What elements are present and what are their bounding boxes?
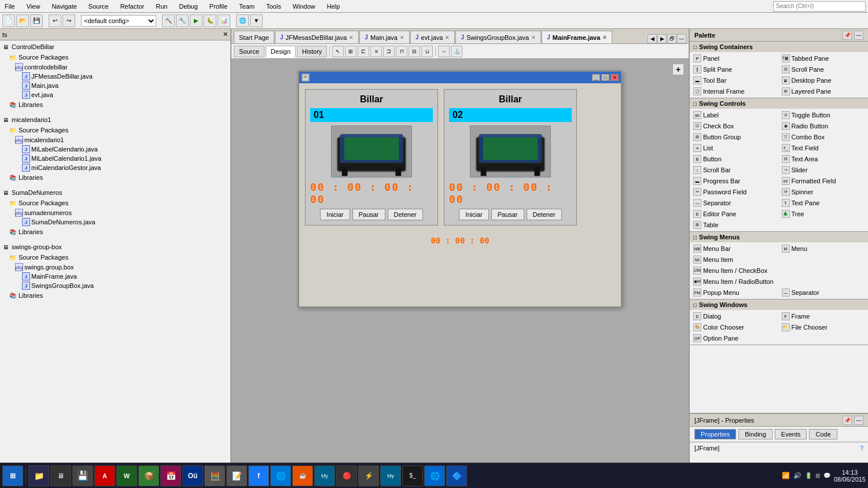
jframe-minimize-btn[interactable]: _ xyxy=(592,74,600,81)
tab-next-btn[interactable]: ▶ xyxy=(657,34,667,43)
align-middle-btn[interactable]: ⊟ xyxy=(409,46,420,57)
palette-spinner[interactable]: ⟳ Spinner xyxy=(779,187,867,197)
taskbar-word-btn[interactable]: W xyxy=(116,465,137,486)
menu-run[interactable]: Run xyxy=(153,2,170,11)
palette-menu[interactable]: M Menu xyxy=(779,243,867,254)
palette-table[interactable]: ⊞ Table xyxy=(691,220,867,230)
taskbar-ie2-btn[interactable]: 🌐 xyxy=(424,465,445,486)
menu-tools[interactable]: Tools xyxy=(264,2,284,11)
anchor-btn[interactable]: ⚓ xyxy=(451,46,462,57)
palette-separator-menu[interactable]: — Separator xyxy=(779,287,867,298)
browser-btn[interactable]: 🌐 xyxy=(236,14,249,27)
taskbar-java-btn[interactable]: ☕ xyxy=(292,465,313,486)
prop-tab-code[interactable]: Code xyxy=(809,429,837,439)
palette-tool-bar[interactable]: ▬ Tool Bar xyxy=(691,75,779,86)
pausar-btn-1[interactable]: Pausar xyxy=(352,209,385,220)
tab-close-main[interactable]: ✕ xyxy=(400,35,404,40)
jframe-maximize-btn[interactable]: □ xyxy=(601,74,609,81)
palette-formatted-field[interactable]: ## Formatted Field xyxy=(779,176,867,186)
palette-combo-box[interactable]: ▽ Combo Box xyxy=(779,132,867,142)
source-tab-btn[interactable]: Source xyxy=(234,46,264,57)
palette-dialog[interactable]: D Dialog xyxy=(691,311,779,321)
palette-file-chooser[interactable]: 📂 File Chooser xyxy=(779,322,867,332)
prop-tab-events[interactable]: Events xyxy=(775,429,807,439)
taskbar-settings-btn[interactable]: 🖥 xyxy=(50,465,71,486)
left-panel-close[interactable]: ✕ xyxy=(223,31,228,38)
build-btn[interactable]: 🔧 xyxy=(176,14,189,27)
profile-btn[interactable]: 📊 xyxy=(218,14,230,27)
align-center-btn[interactable]: ≡ xyxy=(370,46,382,57)
tab-swingsgroupbox[interactable]: J SwingsGroupBox.java ✕ xyxy=(455,31,541,43)
taskbar-package-btn[interactable]: 📦 xyxy=(138,465,159,486)
palette-menu-item-radiobutton[interactable]: ◉M Menu Item / RadioButton xyxy=(691,276,867,287)
menu-profile[interactable]: Profile xyxy=(207,2,230,11)
iniciar-btn-1[interactable]: Iniciar xyxy=(320,209,350,220)
menu-view[interactable]: View xyxy=(24,2,43,11)
tree-java-mainframe[interactable]: J MainFrame.java xyxy=(1,272,229,281)
palette-desktop-pane[interactable]: 🖥 Desktop Pane xyxy=(779,75,867,86)
taskbar-app3-btn[interactable]: ⚡ xyxy=(358,465,379,486)
tab-prev-btn[interactable]: ◀ xyxy=(648,34,657,43)
component-btn[interactable]: ⊞ xyxy=(345,46,356,57)
align-left-btn[interactable]: ⊏ xyxy=(358,46,369,57)
iniciar-btn-2[interactable]: Iniciar xyxy=(459,209,488,220)
tree-libraries-1[interactable]: 📚 Libraries xyxy=(1,99,229,110)
tree-libraries-4[interactable]: 📚 Libraries xyxy=(1,290,229,301)
palette-toggle-button[interactable]: ⊙ Toggle Button xyxy=(779,110,867,120)
tree-java-main1[interactable]: J Main.java xyxy=(1,81,229,90)
taskbar-start-btn[interactable]: ⊞ xyxy=(2,465,23,486)
properties-pin-btn[interactable]: 📌 xyxy=(843,416,852,425)
taskbar-adobe-btn[interactable]: A xyxy=(94,465,115,486)
palette-option-pane[interactable]: OP Option Pane xyxy=(691,333,779,343)
undo-btn[interactable]: ↩ xyxy=(49,14,61,27)
palette-check-box[interactable]: ☑ Check Box xyxy=(691,121,779,131)
palette-tabbed-pane[interactable]: T▦ Tabbed Pane xyxy=(779,53,867,64)
tab-start-page[interactable]: Start Page xyxy=(234,31,274,43)
palette-panel[interactable]: P Panel xyxy=(691,53,779,64)
palette-menu-item[interactable]: MI Menu Item xyxy=(691,254,779,265)
taskbar-facebook-btn[interactable]: f xyxy=(248,465,269,486)
tab-evt[interactable]: J evt.java ✕ xyxy=(410,31,455,43)
jframe-close-btn[interactable]: ✕ xyxy=(610,74,619,81)
palette-split-pane[interactable]: ‖ Split Pane xyxy=(691,64,779,75)
swing-windows-header[interactable]: Swing Windows xyxy=(690,300,868,310)
taskbar-terminal-btn[interactable]: $_ xyxy=(402,465,423,486)
tree-java-sumadenumeros[interactable]: J SumaDeNumeros.java xyxy=(1,217,229,227)
menu-team[interactable]: Team xyxy=(237,2,257,11)
align-bottom-btn[interactable]: ⊔ xyxy=(421,46,433,57)
properties-help-icon[interactable]: ? xyxy=(860,445,863,452)
select-btn[interactable]: ↖ xyxy=(332,46,344,57)
palette-layered-pane[interactable]: ⧉ Layered Pane xyxy=(779,86,867,97)
tree-pkg-controldebillar[interactable]: pkg controlodebillar xyxy=(1,62,229,72)
palette-label[interactable]: ab Label xyxy=(691,110,779,120)
tree-pkg-micalendario1[interactable]: pkg micalendario1 xyxy=(1,135,229,145)
tree-java-evt[interactable]: J evt.java xyxy=(1,90,229,99)
new-file-btn[interactable]: 📄 xyxy=(2,14,15,27)
palette-frame[interactable]: F Frame xyxy=(779,311,867,321)
tree-libraries-3[interactable]: 📚 Libraries xyxy=(1,227,229,237)
taskbar-explorer-btn[interactable]: 📁 xyxy=(28,465,49,486)
tree-java-micalendariagestor[interactable]: J miCalendarioGestor.java xyxy=(1,163,229,172)
prop-tab-binding[interactable]: Binding xyxy=(738,429,773,439)
taskbar-app2-btn[interactable]: 🔴 xyxy=(336,465,357,486)
menu-navigate[interactable]: Navigate xyxy=(49,2,79,11)
tree-pkg-sumadenumeros[interactable]: pkg sumadenumeros xyxy=(1,208,229,217)
tab-close-jfmesas[interactable]: ✕ xyxy=(349,35,354,40)
tree-source-packages-1[interactable]: 📁 Source Packages xyxy=(1,52,229,62)
align-right-btn[interactable]: ⊐ xyxy=(383,46,395,57)
tab-jfmesas[interactable]: J JFMesasDeBillar.java ✕ xyxy=(275,31,359,43)
palette-text-pane[interactable]: T Text Pane xyxy=(779,198,867,208)
menu-help[interactable]: Help xyxy=(325,2,343,11)
swing-containers-header[interactable]: Swing Containers xyxy=(690,42,868,52)
palette-tree[interactable]: 🌲 Tree xyxy=(779,209,867,219)
tree-java-swingsgroupbox[interactable]: J SwingsGroupBox.java xyxy=(1,281,229,290)
palette-color-chooser[interactable]: 🎨 Color Chooser xyxy=(691,322,779,332)
swing-menus-header[interactable]: Swing Menus xyxy=(690,232,868,242)
add-component-btn[interactable]: + xyxy=(672,64,684,75)
palette-progress-bar[interactable]: ▬ Progress Bar xyxy=(691,176,779,186)
menu-btn[interactable]: ▼ xyxy=(250,14,263,27)
taskbar-media-btn[interactable]: 💾 xyxy=(72,465,93,486)
taskbar-ie-btn[interactable]: 🌐 xyxy=(270,465,291,486)
properties-close-btn[interactable]: — xyxy=(854,416,863,425)
menu-file[interactable]: File xyxy=(2,2,17,11)
